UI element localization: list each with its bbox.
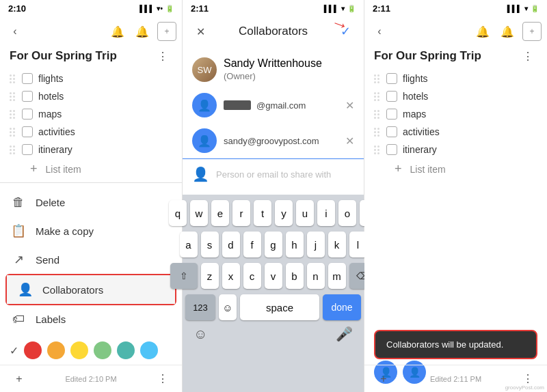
key-g[interactable]: g xyxy=(265,232,282,257)
remove-email2-button[interactable]: ✕ xyxy=(345,135,354,148)
archive-icon-left[interactable]: 🔔 xyxy=(133,22,152,41)
emoji-bottom-icon[interactable]: ☺ xyxy=(194,326,207,342)
key-s[interactable]: s xyxy=(201,232,219,257)
menu-copy[interactable]: 📋 Make a copy xyxy=(0,216,182,245)
key-q[interactable]: q xyxy=(169,200,187,226)
key-m[interactable]: m xyxy=(328,263,346,289)
email-row-1: @gmail.com ✕ xyxy=(224,99,354,112)
owner-tag: (Owner) xyxy=(224,71,256,81)
key-r[interactable]: r xyxy=(232,200,250,226)
color-orange[interactable] xyxy=(47,341,65,359)
item-label-hotels-left: hotels xyxy=(38,91,64,102)
divider-left xyxy=(0,182,182,183)
checkbox-activities-right[interactable] xyxy=(386,126,397,137)
menu-collaborators[interactable]: 👤 Collaborators xyxy=(7,275,175,304)
checkbox-hotels-right[interactable] xyxy=(386,91,397,102)
checkbox-itinerary-left[interactable] xyxy=(22,144,33,155)
add-bottom-icon-left[interactable]: + xyxy=(10,369,29,389)
checkbox-maps-left[interactable] xyxy=(22,109,33,120)
num-key[interactable]: 123 xyxy=(185,294,215,320)
item-label-flights-right: flights xyxy=(403,73,428,84)
checkbox-activities-left[interactable] xyxy=(22,126,33,137)
menu-delete[interactable]: 🗑 Delete xyxy=(0,188,182,216)
wifi-icon-middle: ▾ xyxy=(341,5,345,12)
collab-title: Collaborators xyxy=(239,25,308,38)
more-button-left[interactable]: ⋮ xyxy=(153,46,172,66)
add-item-left[interactable]: + List item xyxy=(3,158,179,180)
color-green[interactable] xyxy=(94,341,111,359)
send-icon: ↗ xyxy=(11,252,26,267)
bell-icon-right[interactable]: 🔔 xyxy=(473,22,492,41)
key-z[interactable]: z xyxy=(201,263,219,289)
add-icon-left[interactable]: + xyxy=(157,22,176,41)
key-b[interactable]: b xyxy=(286,263,304,289)
top-bar-icons-right: 🔔 🔔 + xyxy=(473,22,542,41)
check-mark-left: ✓ xyxy=(10,344,18,357)
list-item: itinerary xyxy=(3,141,179,158)
back-button-right[interactable]: ‹ xyxy=(370,22,389,41)
collab-avatar-1: 👤 xyxy=(192,93,217,117)
menu-section-left: 🗑 Delete 📋 Make a copy ↗ Send 👤 Collabor… xyxy=(0,186,182,336)
done-key[interactable]: done xyxy=(323,294,361,320)
add-bottom-icon-right[interactable]: + xyxy=(374,369,393,389)
archive-icon-right[interactable]: 🔔 xyxy=(498,22,517,41)
back-button-left[interactable]: ‹ xyxy=(5,22,25,41)
item-label-flights-left: flights xyxy=(38,73,64,84)
key-u[interactable]: u xyxy=(296,200,314,226)
battery-icon-right: 🔋 xyxy=(531,5,539,12)
item-label-itinerary-left: itinerary xyxy=(38,144,72,155)
add-icon-right[interactable]: + xyxy=(522,22,542,41)
toast-notification: Collaborators will be updated. xyxy=(374,330,537,359)
key-w[interactable]: w xyxy=(190,200,208,226)
key-k[interactable]: k xyxy=(328,232,346,257)
share-input-row[interactable]: 👤 Person or email to share with xyxy=(183,158,364,189)
list-header-left: For Our Spring Trip ⋮ xyxy=(0,46,182,70)
key-x[interactable]: x xyxy=(222,263,240,289)
checkbox-hotels-left[interactable] xyxy=(22,91,33,102)
owner-avatar: SW xyxy=(192,57,217,82)
checkbox-maps-right[interactable] xyxy=(386,109,397,120)
shift-key[interactable]: ⇧ xyxy=(170,263,198,289)
collab-avatar-2: 👤 xyxy=(192,128,217,153)
color-teal[interactable] xyxy=(117,341,135,359)
key-e[interactable]: e xyxy=(211,200,229,226)
more-button-right[interactable]: ⋮ xyxy=(518,46,537,66)
remove-email1-button[interactable]: ✕ xyxy=(345,99,354,112)
checkbox-flights-left[interactable] xyxy=(22,73,33,84)
drag-dots xyxy=(373,110,381,119)
key-t[interactable]: t xyxy=(254,200,271,226)
key-d[interactable]: d xyxy=(222,232,240,257)
mic-icon[interactable]: 🎤 xyxy=(336,326,353,342)
key-j[interactable]: j xyxy=(307,232,325,257)
checkbox-itinerary-right[interactable] xyxy=(386,144,397,155)
color-yellow[interactable] xyxy=(70,341,88,359)
close-button-middle[interactable]: ✕ xyxy=(191,22,210,41)
item-label-itinerary-right: itinerary xyxy=(403,144,437,155)
key-o[interactable]: o xyxy=(338,200,356,226)
emoji-key[interactable]: ☺ xyxy=(219,294,237,320)
key-h[interactable]: h xyxy=(286,232,304,257)
done-label: done xyxy=(331,302,352,313)
key-f[interactable]: f xyxy=(243,232,261,257)
key-i[interactable]: i xyxy=(317,200,335,226)
menu-labels[interactable]: 🏷 Labels xyxy=(0,305,182,333)
key-n[interactable]: n xyxy=(307,263,325,289)
checkbox-flights-right[interactable] xyxy=(386,73,397,84)
space-key[interactable]: space xyxy=(240,294,319,320)
menu-send[interactable]: ↗ Send xyxy=(0,245,182,274)
key-a[interactable]: a xyxy=(180,232,198,257)
collab-top-bar: ✕ Collaborators ✓ → xyxy=(183,16,364,46)
key-y[interactable]: y xyxy=(275,200,293,226)
edited-label-left: Edited 2:10 PM xyxy=(65,375,116,383)
space-label: space xyxy=(266,302,293,313)
more-bottom-icon-left[interactable]: ⋮ xyxy=(153,369,172,389)
battery-icon-middle: 🔋 xyxy=(347,5,356,12)
owner-name-label: Sandy Writtenhouse xyxy=(224,57,322,69)
wifi-icon-left: ▾• xyxy=(157,5,163,12)
color-red[interactable] xyxy=(24,341,42,359)
key-v[interactable]: v xyxy=(265,263,282,289)
add-item-right[interactable]: + List item xyxy=(367,158,544,180)
color-blue[interactable] xyxy=(140,341,158,359)
key-c[interactable]: c xyxy=(243,263,261,289)
bell-icon-left[interactable]: 🔔 xyxy=(108,22,127,41)
